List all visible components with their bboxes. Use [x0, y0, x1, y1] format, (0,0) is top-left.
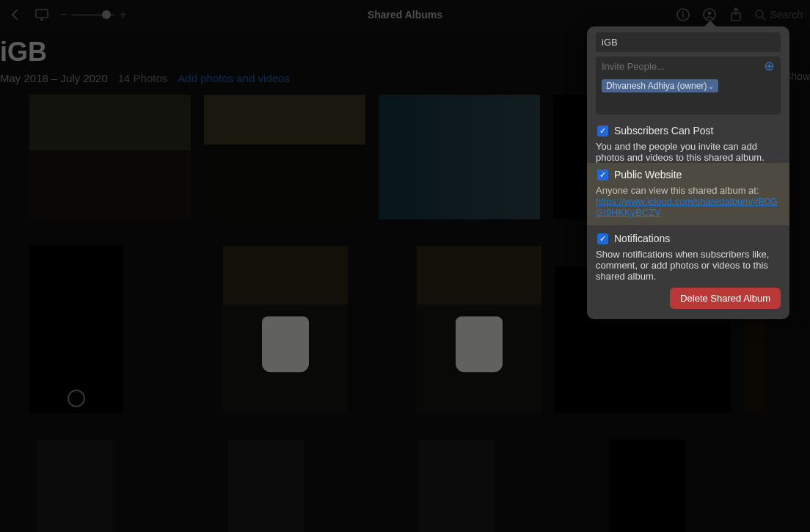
date-range: May 2018 – July 2020 [0, 72, 108, 84]
public-website-row[interactable]: ✓ Public Website [596, 169, 781, 181]
zoom-slider[interactable]: − + [60, 8, 127, 21]
photo-thumb[interactable] [37, 440, 113, 532]
search-placeholder: Search [770, 9, 803, 21]
svg-rect-3 [682, 14, 684, 18]
info-button[interactable] [675, 7, 691, 23]
back-button[interactable] [7, 7, 23, 23]
photo-thumb[interactable] [29, 95, 191, 219]
chevron-down-icon: ⌄ [708, 82, 714, 90]
notifications-option[interactable]: ✓ Notifications [596, 233, 781, 244]
add-photos-link[interactable]: Add photos and videos [178, 72, 290, 84]
svg-point-7 [756, 10, 763, 18]
subscribers-can-post-label: Subscribers Can Post [614, 125, 713, 136]
photo-thumb[interactable]: iGEEKS [223, 246, 348, 413]
checkbox-checked-icon[interactable]: ✓ [597, 233, 608, 244]
photo-thumb[interactable]: iGEEKS [417, 246, 541, 413]
photo-thumb[interactable] [418, 440, 495, 532]
photo-thumb[interactable] [227, 440, 304, 532]
photo-thumb[interactable] [204, 95, 365, 219]
svg-rect-0 [36, 10, 48, 18]
invite-people-field[interactable]: Invite People... ⊕ Dhvanesh Adhiya (owne… [596, 57, 781, 114]
public-website-desc: Anyone can view this shared album at: ht… [596, 185, 781, 218]
watermark: iGEEKS [464, 326, 494, 333]
watermark: iGEEKS [271, 326, 300, 333]
notifications-desc: Show notifications when subscribers like… [596, 249, 781, 282]
add-person-icon[interactable]: ⊕ [764, 61, 775, 71]
zoom-in-icon: + [120, 8, 126, 21]
checkbox-checked-icon[interactable]: ✓ [597, 125, 608, 136]
share-button[interactable] [728, 7, 744, 23]
slideshow-button[interactable] [34, 7, 50, 23]
photo-thumb[interactable] [609, 440, 685, 532]
zoom-out-icon: − [60, 8, 67, 21]
photo-thumb[interactable] [379, 95, 540, 219]
photo-thumb[interactable] [29, 246, 123, 413]
notifications-label: Notifications [614, 233, 670, 244]
subscribers-can-post-desc: You and the people you invite can add ph… [596, 141, 781, 163]
public-website-option: ✓ Public Website Anyone can view this sh… [587, 163, 789, 225]
photo-count: 14 Photos [118, 72, 168, 84]
search-field[interactable]: Search [754, 9, 803, 21]
delete-shared-album-button[interactable]: Delete Shared Album [670, 288, 781, 309]
owner-chip[interactable]: Dhvanesh Adhiya (owner)⌄ [602, 79, 718, 92]
svg-point-5 [707, 12, 711, 15]
search-icon [754, 9, 766, 21]
checkbox-checked-icon[interactable]: ✓ [597, 170, 608, 181]
album-name-input[interactable] [596, 32, 781, 52]
public-website-link[interactable]: https://www.icloud.com/sharedalbum/#B0GG… [596, 196, 781, 218]
share-settings-popover: Invite People... ⊕ Dhvanesh Adhiya (owne… [587, 26, 789, 319]
toolbar: − + Shared Albums Search [0, 0, 810, 29]
svg-point-2 [682, 12, 684, 13]
public-website-label: Public Website [614, 169, 682, 181]
invite-placeholder: Invite People... [602, 61, 665, 72]
subscribers-can-post-option[interactable]: ✓ Subscribers Can Post [596, 125, 781, 136]
